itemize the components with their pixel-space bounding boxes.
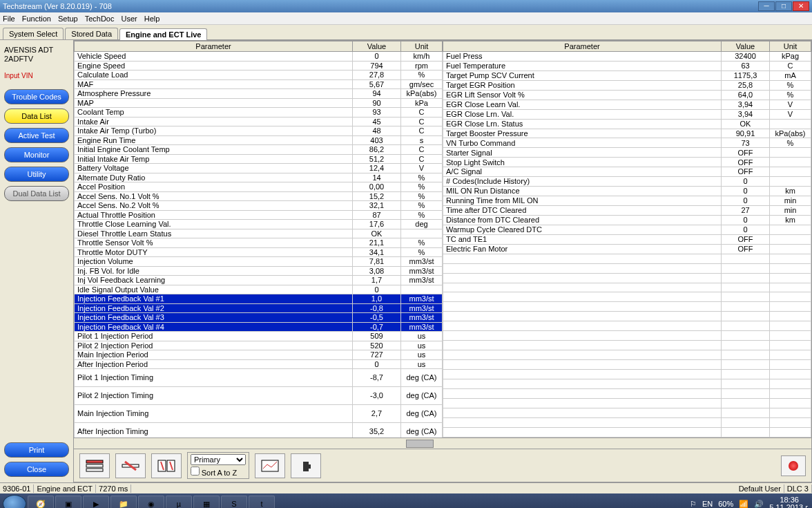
table-row[interactable]: Engine Speed794rpm bbox=[75, 61, 443, 70]
record-button[interactable] bbox=[781, 455, 806, 476]
monitor-button[interactable]: Monitor bbox=[4, 147, 69, 162]
table-row[interactable]: Throttle Close Learning Val.17,6deg bbox=[75, 220, 443, 229]
sort-checkbox[interactable] bbox=[191, 467, 200, 476]
table-row[interactable]: Inj. FB Vol. for Idle3,08mm3/st bbox=[75, 266, 443, 276]
task-cmd-icon[interactable]: ▣ bbox=[55, 496, 81, 508]
sort-checkbox-label[interactable]: Sort A to Z bbox=[191, 467, 246, 477]
table-row[interactable]: Idle Signal Output Value0 bbox=[75, 285, 443, 294]
table-row[interactable]: Pilot 2 Injection Timing-3,0deg (CA) bbox=[75, 387, 443, 405]
active-test-button[interactable]: Active Test bbox=[4, 128, 69, 143]
tab-stored-data[interactable]: Stored Data bbox=[65, 28, 118, 39]
table-row[interactable]: Stop Light SwitchOFF bbox=[443, 158, 811, 167]
menu-function[interactable]: Function bbox=[22, 15, 51, 23]
task-utorrent-icon[interactable]: µ bbox=[166, 496, 192, 508]
col-unit[interactable]: Unit bbox=[401, 41, 443, 52]
task-explorer-icon[interactable]: 🧭 bbox=[28, 496, 54, 508]
table-row[interactable]: Coolant Temp93C bbox=[75, 108, 443, 117]
table-row[interactable]: Calculate Load27,8% bbox=[75, 70, 443, 80]
table-row[interactable]: Pilot 1 Injection Timing-8,7deg (CA) bbox=[75, 369, 443, 387]
tray-sound-icon[interactable]: 🔊 bbox=[754, 500, 764, 509]
layout-split-icon[interactable] bbox=[151, 453, 182, 478]
table-row[interactable]: MIL ON Run Distance0km bbox=[443, 187, 811, 196]
table-row[interactable]: EGR Lift Sensor Volt %64,0% bbox=[443, 90, 811, 100]
table-row[interactable]: Throttle Sensor Volt %21,1% bbox=[75, 238, 443, 248]
print-button[interactable]: Print bbox=[4, 442, 69, 458]
tray-lang[interactable]: EN bbox=[702, 500, 713, 508]
table-row[interactable]: After Injection Timing35,2deg (CA) bbox=[75, 423, 443, 438]
maximize-button[interactable]: □ bbox=[775, 1, 792, 11]
table-row[interactable]: Electric Fan MotorOFF bbox=[443, 244, 811, 254]
table-row[interactable]: Intake Air45C bbox=[75, 117, 443, 126]
layout-list-icon[interactable] bbox=[79, 453, 110, 478]
table-row[interactable]: Target EGR Position25,8% bbox=[443, 80, 811, 90]
table-row[interactable]: Running Time from MIL ON0min bbox=[443, 196, 811, 206]
close-panel-button[interactable]: Close bbox=[4, 462, 69, 477]
task-grid-icon[interactable]: ▦ bbox=[193, 496, 220, 508]
table-row[interactable]: Pilot 2 Injection Period520us bbox=[75, 341, 443, 350]
table-row[interactable]: Accel Sens. No.1 Volt %15,2% bbox=[75, 191, 443, 201]
menu-user[interactable]: User bbox=[121, 15, 137, 23]
table-row[interactable]: Intake Air Temp (Turbo)48C bbox=[75, 126, 443, 136]
table-row[interactable]: Injection Feedback Val #11,0mm3/st bbox=[75, 294, 443, 304]
table-row[interactable]: Warmup Cycle Cleared DTC0 bbox=[443, 225, 811, 234]
table-row[interactable]: MAF5,67gm/sec bbox=[75, 79, 443, 89]
tab-engine-ect-live[interactable]: Engine and ECT Live bbox=[119, 28, 207, 40]
table-row[interactable]: Injection Feedback Val #2-0,8mm3/st bbox=[75, 303, 443, 313]
col-value[interactable]: Value bbox=[353, 41, 401, 52]
fuel-icon[interactable] bbox=[291, 453, 321, 478]
table-row[interactable]: EGR Close Lrn. Val.3,94V bbox=[443, 109, 811, 119]
table-row[interactable]: EGR Close Lrn. StatusOK bbox=[443, 119, 811, 129]
table-row[interactable]: # Codes(Include History)0 bbox=[443, 177, 811, 187]
close-button[interactable]: ✕ bbox=[793, 1, 809, 11]
table-row[interactable]: MAP90kPa bbox=[75, 98, 443, 108]
task-skype-icon[interactable]: S bbox=[221, 496, 247, 508]
table-row[interactable]: Vehicle Speed0km/h bbox=[75, 52, 443, 62]
task-folder-icon[interactable]: 📁 bbox=[110, 496, 137, 508]
table-row[interactable]: EGR Close Learn Val.3,94V bbox=[443, 100, 811, 109]
tab-system-select[interactable]: System Select bbox=[3, 28, 64, 39]
utility-button[interactable]: Utility bbox=[4, 167, 69, 182]
table-row[interactable]: Initial Engine Coolant Temp86,2C bbox=[75, 145, 443, 155]
tray-clock[interactable]: 18:365.11.2013 г. bbox=[769, 496, 809, 508]
table-row[interactable]: Target Pump SCV Current1175,3mA bbox=[443, 70, 811, 80]
table-row[interactable]: Injection Feedback Val #4-0,7mm3/st bbox=[75, 322, 443, 332]
table-row[interactable]: After Injection Period0us bbox=[75, 359, 443, 369]
col-parameter[interactable]: Parameter bbox=[443, 41, 722, 52]
minimize-button[interactable]: ─ bbox=[758, 1, 775, 11]
table-row[interactable]: Accel Sens. No.2 Volt %32,1% bbox=[75, 201, 443, 211]
table-row[interactable]: Diesel Throttle Learn StatusOK bbox=[75, 229, 443, 238]
table-row[interactable]: Throttle Motor DUTY34,1% bbox=[75, 247, 443, 257]
menu-help[interactable]: Help bbox=[144, 15, 160, 23]
table-row[interactable]: A/C SignalOFF bbox=[443, 167, 811, 177]
table-row[interactable]: Initial Intake Air Temp51,2C bbox=[75, 154, 443, 164]
data-list-button[interactable]: Data List bbox=[4, 109, 69, 124]
table-row[interactable]: Fuel Temperature63C bbox=[443, 61, 811, 70]
tray-network-icon[interactable]: 📶 bbox=[739, 500, 748, 509]
table-row[interactable]: TC and TE1OFF bbox=[443, 234, 811, 244]
col-parameter[interactable]: Parameter bbox=[75, 41, 353, 52]
table-row[interactable]: VN Turbo Command73% bbox=[443, 138, 811, 148]
task-player-icon[interactable]: ▶ bbox=[83, 496, 109, 508]
start-button[interactable] bbox=[3, 495, 26, 508]
table-row[interactable]: Target Booster Pressure90,91kPa(abs) bbox=[443, 129, 811, 138]
trouble-codes-button[interactable]: Trouble Codes bbox=[4, 89, 69, 104]
table-row[interactable]: Fuel Press32400kPag bbox=[443, 52, 811, 62]
col-unit[interactable]: Unit bbox=[770, 41, 811, 52]
tray-battery[interactable]: 60% bbox=[718, 500, 733, 508]
task-techstream-icon[interactable]: t bbox=[249, 496, 275, 508]
menu-file[interactable]: File bbox=[3, 15, 15, 23]
layout-pen-icon[interactable] bbox=[115, 453, 146, 478]
table-row[interactable]: Engine Run Time403s bbox=[75, 135, 443, 145]
menu-setup[interactable]: Setup bbox=[58, 15, 78, 23]
tray-flag-icon[interactable]: ⚐ bbox=[690, 500, 697, 509]
graph-icon[interactable] bbox=[255, 453, 285, 478]
table-row[interactable]: Main Injection Period727us bbox=[75, 350, 443, 360]
table-row[interactable]: Starter SignalOFF bbox=[443, 148, 811, 158]
table-row[interactable]: Injection Feedback Val #3-0,5mm3/st bbox=[75, 313, 443, 323]
table-row[interactable]: Injection Volume7,81mm3/st bbox=[75, 257, 443, 267]
table-row[interactable]: Inj Vol Feedback Learning1,7mm3/st bbox=[75, 276, 443, 285]
table-row[interactable]: Battery Voltage12,4V bbox=[75, 164, 443, 173]
table-row[interactable]: Distance from DTC Cleared0km bbox=[443, 215, 811, 225]
table-row[interactable]: Accel Position0,00% bbox=[75, 182, 443, 192]
primary-select[interactable]: Primary bbox=[191, 454, 246, 465]
